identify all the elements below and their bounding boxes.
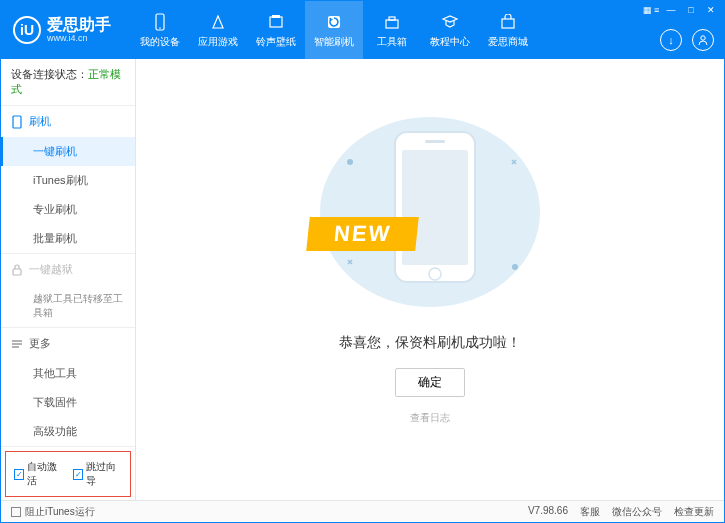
svg-rect-21 <box>425 140 445 143</box>
brand-url: www.i4.cn <box>47 34 111 44</box>
confirm-button[interactable]: 确定 <box>395 368 465 397</box>
sidebar-label: 刷机 <box>29 114 51 129</box>
download-icon[interactable]: ↓ <box>660 29 682 51</box>
status-label: 设备连接状态： <box>11 68 88 80</box>
brand-title: 爱思助手 <box>47 16 111 34</box>
nav-label: 应用游戏 <box>198 35 238 49</box>
sidebar-head-flash[interactable]: 刷机 <box>1 106 135 137</box>
footer-label: 阻止iTunes运行 <box>25 505 95 519</box>
lock-icon <box>11 264 23 276</box>
version-label: V7.98.66 <box>528 505 568 519</box>
close-button[interactable]: ✕ <box>702 3 720 17</box>
app-header: iU 爱思助手 www.i4.cn 我的设备 应用游戏 铃声壁纸 智能刷机 工具… <box>1 1 724 59</box>
nav-tab-ringtone[interactable]: 铃声壁纸 <box>247 1 305 59</box>
svg-rect-7 <box>502 19 514 28</box>
logo-icon: iU <box>13 16 41 44</box>
service-link[interactable]: 客服 <box>580 505 600 519</box>
checkbox-icon: ✓ <box>73 469 83 480</box>
main-content: NEW 恭喜您，保资料刷机成功啦！ 确定 查看日志 <box>136 59 724 502</box>
connection-status: 设备连接状态：正常模式 <box>1 59 135 106</box>
new-banner: NEW <box>306 217 419 251</box>
success-message: 恭喜您，保资料刷机成功啦！ <box>339 334 521 352</box>
sidebar-head-more[interactable]: 更多 <box>1 328 135 359</box>
user-icon[interactable] <box>692 29 714 51</box>
wallpaper-icon <box>266 12 286 32</box>
sidebar-item-pro[interactable]: 专业刷机 <box>1 195 135 224</box>
menu-button[interactable]: ▦ ≡ <box>642 3 660 17</box>
update-link[interactable]: 检查更新 <box>674 505 714 519</box>
check-skip-guide[interactable]: ✓跳过向导 <box>73 460 122 488</box>
checkbox-icon <box>11 507 21 517</box>
sidebar-item-advanced[interactable]: 高级功能 <box>1 417 135 446</box>
sidebar-item-batch[interactable]: 批量刷机 <box>1 224 135 253</box>
phone-icon <box>11 115 23 129</box>
nav-tab-flash[interactable]: 智能刷机 <box>305 1 363 59</box>
store-icon <box>498 12 518 32</box>
sidebar: 设备连接状态：正常模式 刷机 一键刷机 iTunes刷机 专业刷机 批量刷机 一… <box>1 59 136 502</box>
check-label: 跳过向导 <box>86 460 122 488</box>
list-icon <box>11 339 23 349</box>
nav-tab-apps[interactable]: 应用游戏 <box>189 1 247 59</box>
nav-tabs: 我的设备 应用游戏 铃声壁纸 智能刷机 工具箱 教程中心 爱思商城 <box>131 1 537 59</box>
maximize-button[interactable]: □ <box>682 3 700 17</box>
jailbreak-note: 越狱工具已转移至工具箱 <box>1 285 135 327</box>
sidebar-item-other[interactable]: 其他工具 <box>1 359 135 388</box>
success-illustration: NEW <box>290 112 570 312</box>
nav-label: 工具箱 <box>377 35 407 49</box>
sidebar-item-firmware[interactable]: 下载固件 <box>1 388 135 417</box>
sidebar-head-jailbreak: 一键越狱 <box>1 254 135 285</box>
footer: 阻止iTunes运行 V7.98.66 客服 微信公众号 检查更新 <box>1 500 724 522</box>
flash-icon <box>324 12 344 32</box>
sidebar-item-oneclick[interactable]: 一键刷机 <box>1 137 135 166</box>
svg-point-16 <box>347 159 353 165</box>
nav-label: 铃声壁纸 <box>256 35 296 49</box>
checkbox-icon: ✓ <box>14 469 24 480</box>
sidebar-item-itunes[interactable]: iTunes刷机 <box>1 166 135 195</box>
svg-rect-10 <box>13 269 21 275</box>
svg-point-8 <box>701 36 705 40</box>
nav-tab-device[interactable]: 我的设备 <box>131 1 189 59</box>
check-auto-activate[interactable]: ✓自动激活 <box>14 460 63 488</box>
check-label: 自动激活 <box>27 460 63 488</box>
svg-rect-6 <box>389 17 395 20</box>
svg-rect-3 <box>272 15 280 18</box>
wechat-link[interactable]: 微信公众号 <box>612 505 662 519</box>
svg-rect-5 <box>386 20 398 28</box>
header-right: ↓ <box>660 29 714 51</box>
nav-label: 爱思商城 <box>488 35 528 49</box>
tutorial-icon <box>440 12 460 32</box>
toolbox-icon <box>382 12 402 32</box>
nav-tab-tools[interactable]: 工具箱 <box>363 1 421 59</box>
minimize-button[interactable]: — <box>662 3 680 17</box>
svg-rect-2 <box>270 17 282 27</box>
svg-rect-9 <box>13 116 21 128</box>
nav-label: 智能刷机 <box>314 35 354 49</box>
nav-label: 教程中心 <box>430 35 470 49</box>
checkbox-row: ✓自动激活 ✓跳过向导 <box>5 451 131 497</box>
window-controls: ▦ ≡ — □ ✕ <box>638 1 724 19</box>
nav-tab-tutorial[interactable]: 教程中心 <box>421 1 479 59</box>
nav-label: 我的设备 <box>140 35 180 49</box>
sidebar-label: 一键越狱 <box>29 262 73 277</box>
svg-point-1 <box>159 27 161 29</box>
sidebar-label: 更多 <box>29 336 51 351</box>
nav-tab-store[interactable]: 爱思商城 <box>479 1 537 59</box>
view-log-link[interactable]: 查看日志 <box>410 411 450 425</box>
block-itunes-check[interactable]: 阻止iTunes运行 <box>11 505 95 519</box>
apps-icon <box>208 12 228 32</box>
logo: iU 爱思助手 www.i4.cn <box>13 16 111 44</box>
svg-point-17 <box>512 264 518 270</box>
phone-icon <box>150 12 170 32</box>
